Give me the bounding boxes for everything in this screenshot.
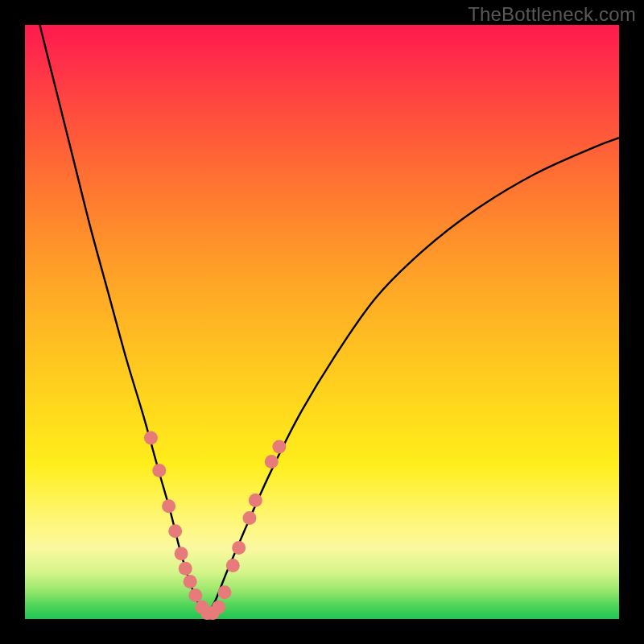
scatter-dot <box>168 524 182 538</box>
scatter-dot <box>232 541 246 555</box>
scatter-dot <box>212 601 225 614</box>
scatter-dot <box>226 559 240 572</box>
scatter-dots <box>144 431 286 620</box>
scatter-dot <box>184 575 197 588</box>
scatter-dot <box>152 464 166 477</box>
chart-svg <box>25 25 619 619</box>
curve-left-branch <box>39 25 206 616</box>
scatter-dot <box>188 588 202 602</box>
curve-right-branch <box>206 138 619 616</box>
plot-area <box>25 25 619 619</box>
watermark-text: TheBottleneck.com <box>468 3 636 26</box>
scatter-dot <box>144 431 158 444</box>
scatter-dot <box>242 511 256 525</box>
scatter-dot <box>265 455 279 469</box>
chart-frame: TheBottleneck.com <box>0 0 644 644</box>
scatter-dot <box>272 440 286 453</box>
scatter-dot <box>217 585 231 599</box>
scatter-dot <box>175 547 188 560</box>
scatter-dot <box>249 493 262 507</box>
scatter-dot <box>162 499 175 513</box>
scatter-dot <box>179 562 192 576</box>
